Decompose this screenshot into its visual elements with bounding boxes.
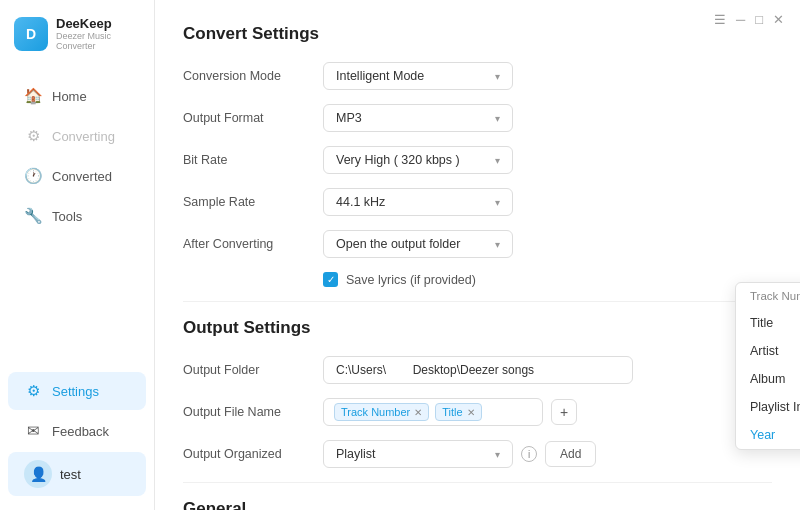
output-folder-label: Output Folder	[183, 363, 323, 377]
save-lyrics-label: Save lyrics (if provided)	[346, 273, 476, 287]
app-logo: D DeeKeep Deezer Music Converter	[0, 0, 154, 67]
tools-icon: 🔧	[24, 207, 42, 225]
output-filename-label: Output File Name	[183, 405, 323, 419]
organized-control: Playlist ▾ i Add	[323, 440, 772, 468]
sidebar-label-settings: Settings	[52, 384, 99, 399]
sidebar-label-tools: Tools	[52, 209, 82, 224]
filename-tag-input[interactable]: Track Number ✕ Title ✕	[323, 398, 543, 426]
bit-rate-label: Bit Rate	[183, 153, 323, 167]
menu-button[interactable]: ☰	[714, 12, 726, 27]
settings-icon: ⚙	[24, 382, 42, 400]
output-format-label: Output Format	[183, 111, 323, 125]
after-converting-select[interactable]: Open the output folder ▾	[323, 230, 513, 258]
add-organized-button[interactable]: Add	[545, 441, 596, 467]
chevron-down-icon: ▾	[495, 197, 500, 208]
conversion-mode-control: Intelligent Mode ▾	[323, 62, 772, 90]
sidebar-label-feedback: Feedback	[52, 424, 109, 439]
save-lyrics-checkbox[interactable]: ✓	[323, 272, 338, 287]
dropdown-item-title[interactable]: Title	[736, 309, 800, 337]
chevron-down-icon: ▾	[495, 155, 500, 166]
after-converting-row: After Converting Open the output folder …	[183, 230, 772, 258]
output-settings-title: Output Settings	[183, 318, 772, 338]
after-converting-label: After Converting	[183, 237, 323, 251]
sidebar-item-feedback[interactable]: ✉ Feedback	[8, 412, 146, 450]
dropdown-item-album[interactable]: Album	[736, 365, 800, 393]
avatar: 👤	[24, 460, 52, 488]
sidebar-item-settings[interactable]: ⚙ Settings	[8, 372, 146, 410]
chevron-down-icon: ▾	[495, 239, 500, 250]
organized-select[interactable]: Playlist ▾	[323, 440, 513, 468]
tag-title[interactable]: Title ✕	[435, 403, 481, 421]
sample-rate-select[interactable]: 44.1 kHz ▾	[323, 188, 513, 216]
chevron-down-icon: ▾	[495, 71, 500, 82]
after-converting-control: Open the output folder ▾	[323, 230, 772, 258]
divider-2	[183, 482, 772, 483]
sidebar-label-home: Home	[52, 89, 87, 104]
sidebar: D DeeKeep Deezer Music Converter 🏠 Home …	[0, 0, 155, 510]
feedback-icon: ✉	[24, 422, 42, 440]
minimize-button[interactable]: ─	[736, 12, 745, 27]
output-folder-row: Output Folder	[183, 356, 772, 384]
converting-icon: ⚙	[24, 127, 42, 145]
sidebar-label-converting: Converting	[52, 129, 115, 144]
tag-track-number-remove[interactable]: ✕	[414, 407, 422, 418]
dropdown-item-playlist-index[interactable]: Playlist Index	[736, 393, 800, 421]
convert-settings-title: Convert Settings	[183, 24, 772, 44]
sidebar-item-home[interactable]: 🏠 Home	[8, 77, 146, 115]
titlebar: ☰ ─ □ ✕	[714, 12, 784, 27]
app-subtitle: Deezer Music Converter	[56, 31, 140, 51]
output-format-row: Output Format MP3 ▾	[183, 104, 772, 132]
add-tag-button[interactable]: +	[551, 399, 577, 425]
logo-text: DeeKeep Deezer Music Converter	[56, 16, 140, 51]
dropdown-item-year[interactable]: Year	[736, 421, 800, 449]
general-title: General	[183, 499, 772, 510]
sidebar-label-converted: Converted	[52, 169, 112, 184]
sidebar-item-converted[interactable]: 🕐 Converted	[8, 157, 146, 195]
output-format-select[interactable]: MP3 ▾	[323, 104, 513, 132]
chevron-down-icon: ▾	[495, 113, 500, 124]
sample-rate-row: Sample Rate 44.1 kHz ▾	[183, 188, 772, 216]
bit-rate-select[interactable]: Very High ( 320 kbps ) ▾	[323, 146, 513, 174]
divider-1	[183, 301, 772, 302]
user-profile[interactable]: 👤 test	[8, 452, 146, 496]
filename-control: Track Number ✕ Title ✕ +	[323, 398, 772, 426]
bit-rate-control: Very High ( 320 kbps ) ▾	[323, 146, 772, 174]
converted-icon: 🕐	[24, 167, 42, 185]
bit-rate-row: Bit Rate Very High ( 320 kbps ) ▾	[183, 146, 772, 174]
app-title: DeeKeep	[56, 16, 140, 31]
sidebar-bottom: ⚙ Settings ✉ Feedback 👤 test	[0, 362, 154, 510]
sidebar-item-tools[interactable]: 🔧 Tools	[8, 197, 146, 235]
home-icon: 🏠	[24, 87, 42, 105]
chevron-down-icon: ▾	[495, 449, 500, 460]
main-content: ☰ ─ □ ✕ Convert Settings Conversion Mode…	[155, 0, 800, 510]
conversion-mode-row: Conversion Mode Intelligent Mode ▾	[183, 62, 772, 90]
sidebar-item-converting: ⚙ Converting	[8, 117, 146, 155]
output-folder-control	[323, 356, 772, 384]
tag-dropdown-popup: Track Number Title Artist Album Playlist…	[735, 282, 800, 450]
close-button[interactable]: ✕	[773, 12, 784, 27]
maximize-button[interactable]: □	[755, 12, 763, 27]
user-name: test	[60, 467, 81, 482]
conversion-mode-label: Conversion Mode	[183, 69, 323, 83]
output-organized-label: Output Organized	[183, 447, 323, 461]
tag-title-remove[interactable]: ✕	[467, 407, 475, 418]
sample-rate-control: 44.1 kHz ▾	[323, 188, 772, 216]
output-organized-row: Output Organized Playlist ▾ i Add	[183, 440, 772, 468]
dropdown-item-artist[interactable]: Artist	[736, 337, 800, 365]
conversion-mode-select[interactable]: Intelligent Mode ▾	[323, 62, 513, 90]
tag-title-label: Title	[442, 406, 462, 418]
save-lyrics-row: ✓ Save lyrics (if provided)	[323, 272, 772, 287]
output-folder-input[interactable]	[323, 356, 633, 384]
output-format-control: MP3 ▾	[323, 104, 772, 132]
output-filename-row: Output File Name Track Number ✕ Title ✕ …	[183, 398, 772, 426]
sidebar-nav: 🏠 Home ⚙ Converting 🕐 Converted 🔧 Tools	[0, 67, 154, 362]
info-button[interactable]: i	[521, 446, 537, 462]
dropdown-item-track-number[interactable]: Track Number	[736, 283, 800, 309]
tag-track-number-label: Track Number	[341, 406, 410, 418]
sample-rate-label: Sample Rate	[183, 195, 323, 209]
logo-icon: D	[14, 17, 48, 51]
tag-track-number[interactable]: Track Number ✕	[334, 403, 429, 421]
